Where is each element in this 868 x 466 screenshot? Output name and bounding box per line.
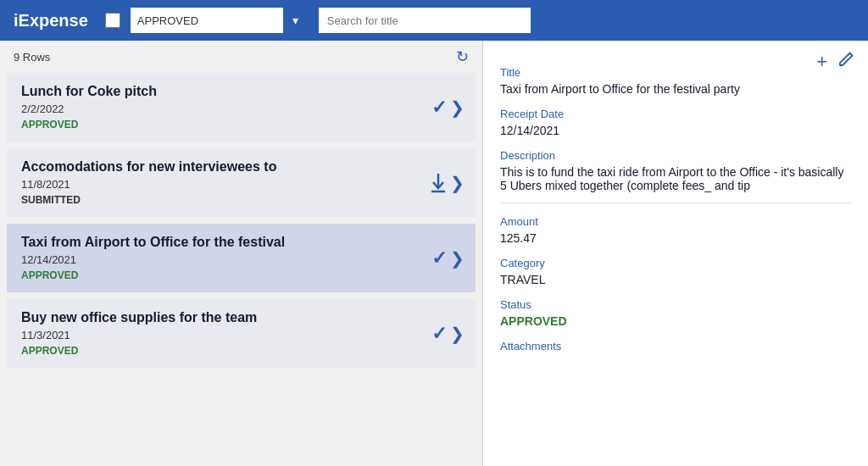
list-item[interactable]: Taxi from Airport to Office for the fest…: [7, 224, 476, 292]
list-header: 9 Rows ↻: [0, 41, 482, 73]
detail-category-value: TRAVEL: [500, 273, 851, 286]
detail-amount-label: Amount: [500, 215, 851, 228]
expense-list: Lunch for Coke pitch 2/2/2022 APPROVED ✓…: [0, 73, 482, 466]
status-filter-container: APPROVED ▾: [131, 8, 309, 33]
download-icon: [430, 173, 447, 193]
detail-status-label: Status: [500, 298, 851, 311]
app-title: iExpense: [14, 11, 88, 31]
item-actions: ✓ ❯: [431, 323, 465, 345]
item-actions: ✓ ❯: [431, 97, 465, 119]
list-item[interactable]: Buy new office supplies for the team 11/…: [7, 299, 476, 368]
detail-amount-value: 125.47: [500, 231, 851, 245]
list-panel: 9 Rows ↻ Lunch for Coke pitch 2/2/2022 A…: [0, 41, 483, 466]
detail-description-label: Description: [500, 149, 851, 162]
refresh-icon[interactable]: ↻: [456, 47, 469, 66]
detail-category-label: Category: [500, 257, 851, 269]
chevron-right-icon[interactable]: ❯: [450, 97, 465, 118]
rows-count: 9 Rows: [14, 51, 50, 64]
detail-receipt-date-value: 12/14/2021: [500, 124, 851, 137]
item-status: APPROVED: [21, 269, 461, 281]
item-status: APPROVED: [21, 119, 461, 130]
status-dropdown-arrow[interactable]: ▾: [283, 8, 309, 33]
item-date: 2/2/2022: [21, 103, 461, 115]
item-date: 11/3/2021: [21, 329, 461, 341]
search-input[interactable]: [319, 8, 531, 33]
main-content: 9 Rows ↻ Lunch for Coke pitch 2/2/2022 A…: [0, 41, 868, 466]
chevron-down-icon: ▾: [292, 14, 298, 27]
detail-description-value: This is to fund the taxi ride from Airpo…: [500, 165, 851, 192]
detail-title-value: Taxi from Airport to Office for the fest…: [500, 82, 851, 96]
edit-button[interactable]: [837, 51, 854, 73]
detail-receipt-date-label: Receipt Date: [500, 108, 851, 120]
item-actions: ❯: [430, 173, 465, 193]
list-item[interactable]: Accomodations for new interviewees to 11…: [7, 148, 476, 217]
check-icon: ✓: [431, 97, 447, 119]
detail-status-value: APPROVED: [500, 314, 851, 328]
status-dropdown[interactable]: APPROVED: [131, 8, 283, 33]
item-title: Buy new office supplies for the team: [21, 310, 461, 325]
add-button[interactable]: +: [816, 51, 827, 73]
item-status: SUBMITTED: [21, 194, 461, 206]
item-date: 11/8/2021: [21, 178, 461, 191]
list-item[interactable]: Lunch for Coke pitch 2/2/2022 APPROVED ✓…: [7, 73, 476, 141]
chevron-right-icon[interactable]: ❯: [450, 173, 465, 193]
item-title: Taxi from Airport to Office for the fest…: [21, 235, 461, 250]
app-header: iExpense APPROVED ▾: [0, 0, 868, 41]
detail-attachments-label: Attachments: [500, 340, 851, 352]
select-all-checkbox[interactable]: [105, 13, 120, 28]
item-actions: ✓ ❯: [431, 247, 465, 269]
item-status: APPROVED: [21, 345, 461, 357]
item-title: Lunch for Coke pitch: [21, 84, 461, 99]
detail-divider: [500, 202, 851, 203]
detail-title-label: Title: [500, 66, 851, 79]
check-icon: ✓: [431, 247, 447, 269]
status-filter-value: APPROVED: [137, 14, 276, 27]
detail-panel: + Title Taxi from Airport to Office for …: [483, 41, 868, 466]
detail-actions: +: [816, 51, 854, 73]
chevron-right-icon[interactable]: ❯: [450, 248, 465, 269]
chevron-right-icon[interactable]: ❯: [450, 324, 465, 344]
check-icon: ✓: [431, 323, 447, 345]
item-date: 12/14/2021: [21, 253, 461, 266]
item-title: Accomodations for new interviewees to: [21, 159, 461, 175]
